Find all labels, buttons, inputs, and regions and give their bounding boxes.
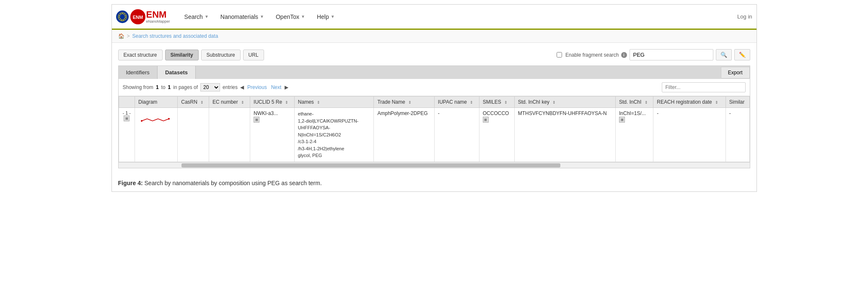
col-casrn[interactable]: CasRN ⇕ (178, 97, 209, 108)
navbar: ENM ENM eNanoMapper Search ▼ Nanomateria… (112, 5, 757, 30)
col-ec-number[interactable]: EC number ⇕ (209, 97, 250, 108)
search-chevron-icon: ▼ (205, 14, 209, 19)
names-cell: ethane- 1,2-diol|LYCAIKOWRPUZTN- UHFFFAO… (294, 108, 374, 162)
svg-point-5 (124, 18, 125, 19)
nav-links: Search ▼ Nanomaterials ▼ OpenTox ▼ Help … (183, 10, 738, 24)
svg-line-17 (153, 119, 158, 121)
sort-icon-trade: ⇕ (408, 100, 412, 105)
col-std-inchi-key[interactable]: Std. InChI key ⇕ (514, 97, 615, 108)
entries-row: Showing from 1 to 1 in pages of 20 50 10… (119, 79, 750, 96)
svg-point-21 (168, 118, 170, 120)
previous-button[interactable]: Previous (246, 84, 268, 90)
svg-point-4 (124, 16, 125, 17)
figure-caption: Figure 4: Search by nanomaterials by com… (112, 175, 757, 191)
horizontal-scrollbar[interactable] (119, 162, 750, 168)
col-std-inchi[interactable]: Std. InChI ⇕ (616, 97, 653, 108)
to-text: to (161, 84, 166, 90)
tab-datasets[interactable]: Datasets (158, 66, 196, 79)
molecule-diagram (140, 110, 173, 131)
entries-text: entries (223, 84, 238, 90)
export-button[interactable]: Export (721, 67, 750, 79)
table-body: - 1 - ⊞ (119, 108, 749, 162)
figure-text: Search by nanomaterials by composition u… (145, 180, 322, 186)
svg-line-19 (163, 119, 169, 121)
svg-point-8 (119, 18, 120, 19)
home-icon[interactable]: 🏠 (118, 33, 124, 39)
row-num-cell: - 1 - ⊞ (119, 108, 135, 162)
col-diagram[interactable]: Diagram (135, 97, 178, 108)
nav-opentox[interactable]: OpenTox ▼ (274, 10, 307, 24)
col-smiles[interactable]: SMILES ⇕ (479, 97, 514, 108)
col-similar[interactable]: Similar (725, 97, 749, 108)
fragment-search-label: Enable fragment search (565, 52, 619, 58)
search-button[interactable]: 🔍 (716, 49, 732, 60)
logo-area: ENM ENM eNanoMapper (116, 9, 170, 24)
sort-icon-ec: ⇕ (241, 100, 244, 105)
svg-line-15 (142, 119, 147, 121)
next-button[interactable]: Next (270, 84, 282, 90)
sort-icon-iupac: ⇕ (470, 100, 473, 105)
col-num (119, 97, 135, 108)
table-area: Showing from 1 to 1 in pages of 20 50 10… (118, 79, 750, 168)
reach-date-cell: - (653, 108, 726, 162)
nanomaterials-chevron-icon: ▼ (260, 14, 264, 19)
prev-arrow-icon: ◀ (240, 84, 244, 90)
smiles-copy-icon[interactable]: ⊞ (483, 117, 489, 123)
entries-from: 1 (156, 84, 159, 90)
page-size-select[interactable]: 20 50 100 (200, 83, 220, 92)
inchi-copy-icon[interactable]: ⊞ (619, 117, 625, 123)
col-iuclid[interactable]: IUCLID 5 Re ⇕ (250, 97, 295, 108)
filter-input[interactable] (662, 82, 746, 92)
figure-label: Figure 4: (118, 180, 143, 186)
svg-point-10 (119, 15, 120, 16)
svg-point-9 (119, 16, 119, 17)
help-chevron-icon: ▼ (331, 14, 335, 19)
iuclid-copy-icon[interactable]: ⊞ (254, 117, 259, 123)
col-iupac-name[interactable]: IUPAC name ⇕ (434, 97, 479, 108)
svg-line-18 (158, 119, 163, 121)
nav-nanomaterials[interactable]: Nanomaterials ▼ (219, 10, 266, 24)
enm-title: ENM (146, 10, 167, 19)
eu-logo (116, 10, 129, 23)
std-inchi-key-cell: MTHSVFCYNBDYFN-UHFFFAOYSA-N (514, 108, 615, 162)
fragment-search-checkbox[interactable] (557, 52, 562, 58)
nav-search[interactable]: Search ▼ (183, 10, 210, 24)
info-icon[interactable]: i (621, 52, 627, 58)
row-copy-icon[interactable]: ⊞ (124, 115, 130, 121)
search-bar-row: Exact structure Similarity Substructure … (118, 49, 750, 60)
nav-help[interactable]: Help ▼ (315, 10, 337, 24)
tab-substructure[interactable]: Substructure (201, 50, 241, 60)
sort-icon-smiles: ⇕ (504, 100, 508, 105)
search-input[interactable] (630, 49, 713, 60)
col-reach-date[interactable]: REACH registration date ⇕ (653, 97, 726, 108)
sort-icon-names: ⇕ (317, 100, 320, 105)
col-names[interactable]: Names ⇕ (294, 97, 374, 108)
svg-text:ENM: ENM (132, 15, 143, 20)
edit-button[interactable]: ✏️ (734, 49, 750, 60)
tab-similarity[interactable]: Similarity (165, 50, 199, 60)
breadcrumb-sep: > (127, 33, 130, 39)
scrollbar-thumb[interactable] (181, 163, 560, 168)
fragment-search-area: Enable fragment search i (557, 52, 627, 58)
next-arrow-icon: ▶ (285, 84, 288, 90)
breadcrumb-link[interactable]: Search structures and associated data (132, 33, 218, 39)
entries-to: 1 (168, 84, 171, 90)
similar-cell: - (725, 108, 749, 162)
trade-name-cell: AmphPolymer-2DPEG (374, 108, 434, 162)
tab-exact-structure[interactable]: Exact structure (118, 50, 163, 60)
sort-icon-inchi-key: ⇕ (552, 100, 556, 105)
casrn-cell (178, 108, 209, 162)
svg-point-2 (123, 13, 124, 14)
smiles-cell: OCCOCCO ⊞ (479, 108, 514, 162)
main-content: Exact structure Similarity Substructure … (112, 43, 757, 175)
login-link[interactable]: Log in (737, 13, 752, 20)
opentox-chevron-icon: ▼ (301, 14, 305, 19)
tab-url[interactable]: URL (243, 50, 264, 60)
sort-icon-iuclid: ⇕ (285, 100, 288, 105)
sort-icon-inchi: ⇕ (645, 100, 648, 105)
table-row: - 1 - ⊞ (119, 108, 749, 162)
tab-identifiers[interactable]: Identifiers (119, 66, 158, 79)
svg-point-1 (122, 13, 122, 14)
app-frame: ENM ENM eNanoMapper Search ▼ Nanomateria… (111, 4, 757, 192)
col-trade-name[interactable]: Trade Name ⇕ (374, 97, 434, 108)
